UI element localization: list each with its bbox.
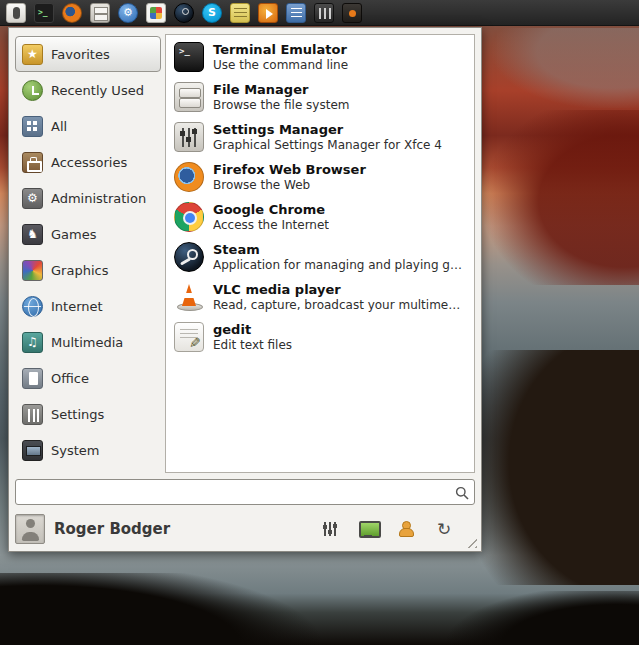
rock-decoration bbox=[464, 350, 639, 585]
file-manager-icon bbox=[90, 3, 110, 23]
terminal-icon bbox=[174, 42, 204, 72]
panel-launcher-terminal[interactable] bbox=[31, 0, 57, 26]
app-item-settings-manager[interactable]: Settings ManagerGraphical Settings Manag… bbox=[168, 117, 472, 157]
session-actions bbox=[315, 516, 459, 542]
firefox-icon bbox=[174, 162, 204, 192]
category-list: Favorites Recently Used All Accessories … bbox=[15, 34, 161, 473]
multimedia-icon bbox=[22, 332, 43, 353]
category-system[interactable]: System bbox=[15, 432, 161, 468]
category-administration[interactable]: Administration bbox=[15, 180, 161, 216]
category-all[interactable]: All bbox=[15, 108, 161, 144]
app-description: Read, capture, broadcast your multimedi.… bbox=[213, 298, 466, 312]
cloud-decoration bbox=[469, 28, 639, 108]
app-item-file-manager[interactable]: File ManagerBrowse the file system bbox=[168, 77, 472, 117]
whisker-menu-icon bbox=[6, 3, 26, 23]
switch-user-button[interactable] bbox=[391, 516, 421, 542]
panel-launcher-whisker-menu[interactable] bbox=[3, 0, 29, 26]
category-label: Office bbox=[51, 371, 89, 386]
panel-launcher-steam[interactable] bbox=[171, 0, 197, 26]
category-office[interactable]: Office bbox=[15, 360, 161, 396]
panel-launcher-documents[interactable] bbox=[283, 0, 309, 26]
category-label: System bbox=[51, 443, 99, 458]
panel-launcher-system-monitor[interactable] bbox=[339, 0, 365, 26]
notes-icon bbox=[230, 3, 250, 23]
resize-grip[interactable] bbox=[465, 536, 477, 548]
app-description: Application for managing and playing ga.… bbox=[213, 258, 466, 272]
firefox-icon bbox=[62, 3, 82, 23]
panel-launcher-notes[interactable] bbox=[227, 0, 253, 26]
category-label: Recently Used bbox=[51, 83, 144, 98]
vlc-icon bbox=[174, 282, 204, 312]
rock-decoration bbox=[429, 591, 639, 645]
gedit-icon bbox=[174, 322, 204, 352]
system-monitor-icon bbox=[342, 3, 362, 23]
settings-gear-icon bbox=[118, 3, 138, 23]
panel-launcher-settings[interactable] bbox=[115, 0, 141, 26]
category-label: Settings bbox=[51, 407, 104, 422]
panel-launcher-skype[interactable] bbox=[199, 0, 225, 26]
category-label: All bbox=[51, 119, 67, 134]
category-accessories[interactable]: Accessories bbox=[15, 144, 161, 180]
avatar[interactable] bbox=[15, 514, 45, 544]
app-item-gedit[interactable]: geditEdit text files bbox=[168, 317, 472, 357]
category-label: Multimedia bbox=[51, 335, 123, 350]
settings-manager-icon bbox=[174, 122, 204, 152]
settings-icon bbox=[22, 404, 43, 425]
category-favorites[interactable]: Favorites bbox=[15, 36, 161, 72]
accessories-icon bbox=[22, 152, 43, 173]
graphics-icon bbox=[22, 260, 43, 281]
app-name: Steam bbox=[213, 242, 466, 258]
category-internet[interactable]: Internet bbox=[15, 288, 161, 324]
top-panel bbox=[0, 0, 639, 26]
category-label: Administration bbox=[51, 191, 146, 206]
app-grid-icon bbox=[146, 3, 166, 23]
panel-launcher-app-grid[interactable] bbox=[143, 0, 169, 26]
category-label: Games bbox=[51, 227, 96, 242]
lock-screen-icon bbox=[358, 521, 378, 538]
documents-icon bbox=[286, 3, 306, 23]
category-games[interactable]: Games bbox=[15, 216, 161, 252]
app-description: Browse the Web bbox=[213, 178, 366, 192]
skype-icon bbox=[202, 3, 222, 23]
administration-icon bbox=[22, 188, 43, 209]
app-description: Use the command line bbox=[213, 58, 348, 72]
app-item-steam[interactable]: SteamApplication for managing and playin… bbox=[168, 237, 472, 277]
internet-icon bbox=[22, 296, 43, 317]
recently-used-icon bbox=[22, 80, 43, 101]
app-description: Access the Internet bbox=[213, 218, 329, 232]
category-graphics[interactable]: Graphics bbox=[15, 252, 161, 288]
app-name: gedit bbox=[213, 322, 292, 338]
panel-launcher-file-manager[interactable] bbox=[87, 0, 113, 26]
rock-decoration bbox=[0, 573, 330, 645]
log-out-button[interactable] bbox=[429, 516, 459, 542]
app-name: Settings Manager bbox=[213, 122, 442, 138]
app-name: Firefox Web Browser bbox=[213, 162, 366, 178]
category-recently-used[interactable]: Recently Used bbox=[15, 72, 161, 108]
category-label: Internet bbox=[51, 299, 103, 314]
settings-manager-button[interactable] bbox=[315, 516, 345, 542]
lock-screen-button[interactable] bbox=[353, 516, 383, 542]
steam-icon bbox=[174, 3, 194, 23]
search-input[interactable] bbox=[15, 479, 475, 505]
office-icon bbox=[22, 368, 43, 389]
steam-icon bbox=[174, 242, 204, 272]
panel-launcher-media-player[interactable] bbox=[255, 0, 281, 26]
category-multimedia[interactable]: Multimedia bbox=[15, 324, 161, 360]
app-name: Terminal Emulator bbox=[213, 42, 348, 58]
app-description: Graphical Settings Manager for Xfce 4 bbox=[213, 138, 442, 152]
panel-launcher-audio-mixer[interactable] bbox=[311, 0, 337, 26]
category-label: Graphics bbox=[51, 263, 108, 278]
search-icon bbox=[455, 485, 469, 499]
app-item-vlc[interactable]: VLC media playerRead, capture, broadcast… bbox=[168, 277, 472, 317]
app-name: VLC media player bbox=[213, 282, 466, 298]
app-item-terminal-emulator[interactable]: Terminal EmulatorUse the command line bbox=[168, 37, 472, 77]
app-item-google-chrome[interactable]: Google ChromeAccess the Internet bbox=[168, 197, 472, 237]
category-settings[interactable]: Settings bbox=[15, 396, 161, 432]
system-icon bbox=[22, 440, 43, 461]
panel-launcher-firefox[interactable] bbox=[59, 0, 85, 26]
app-name: File Manager bbox=[213, 82, 350, 98]
all-icon bbox=[22, 116, 43, 137]
category-label: Favorites bbox=[51, 47, 110, 62]
app-description: Browse the file system bbox=[213, 98, 350, 112]
app-item-firefox[interactable]: Firefox Web BrowserBrowse the Web bbox=[168, 157, 472, 197]
